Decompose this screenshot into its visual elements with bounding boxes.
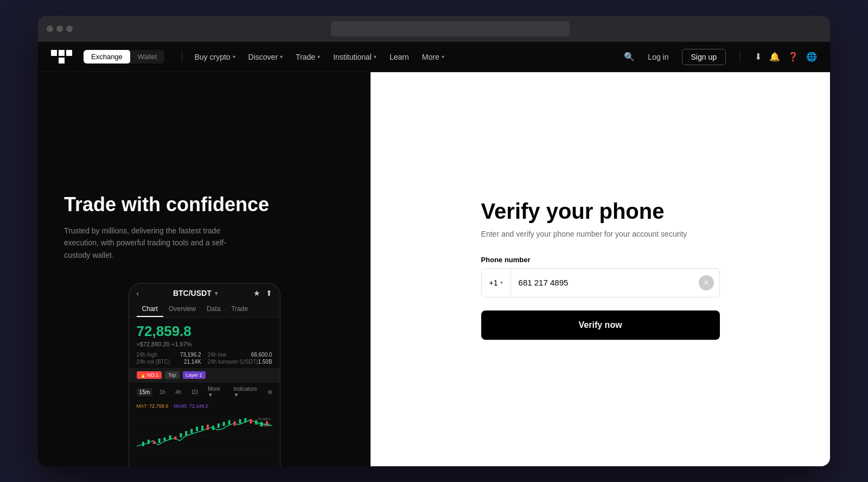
browser-address-bar[interactable] [331, 21, 570, 36]
nav-divider [182, 52, 182, 62]
left-panel: Trade with confidence Trusted by million… [38, 72, 371, 466]
nav-learn[interactable]: Learn [384, 49, 414, 65]
hero-text: Trade with confidence Trusted by million… [64, 193, 344, 261]
phone-tab-trade[interactable]: Trade [226, 302, 253, 317]
notification-icon[interactable]: 🔔 [769, 52, 780, 62]
chart-time-more[interactable]: More ▼ [205, 385, 229, 399]
phone-tab-chart[interactable]: Chart [137, 302, 163, 317]
country-chevron-icon: ▾ [500, 280, 503, 286]
svg-rect-2 [66, 50, 72, 56]
svg-rect-23 [228, 420, 230, 424]
phone-tab-data[interactable]: Data [201, 302, 226, 317]
download-icon[interactable]: ⬇ [755, 52, 762, 62]
search-icon[interactable]: 🔍 [624, 52, 635, 62]
phone-mockup: ‹ BTC/USDT ▼ ★ ⬆ Chart Overview [129, 283, 280, 466]
chart-time-1h[interactable]: 1h [157, 388, 168, 396]
svg-rect-22 [222, 422, 225, 426]
star-icon[interactable]: ★ [253, 289, 260, 297]
svg-rect-15 [185, 431, 187, 435]
nav-more[interactable]: More ▾ [417, 49, 450, 65]
login-button[interactable]: Log in [642, 49, 674, 65]
badge-fire: 🔥 NO.1 [137, 371, 162, 379]
nav-institutional[interactable]: Institutional ▾ [328, 49, 382, 65]
svg-rect-11 [163, 437, 165, 441]
badge-top: Top [165, 371, 180, 379]
exchange-toggle-btn[interactable]: Exchange [84, 50, 130, 64]
svg-rect-10 [158, 439, 160, 443]
price-chart: 73,196.2 72,988. 72,859.8 [137, 411, 272, 460]
verify-subtitle: Enter and verify your phone number for y… [481, 230, 720, 238]
badge-layer1: Layer 1 [183, 371, 206, 379]
pair-chevron-icon: ▼ [214, 290, 219, 296]
phone-input-wrapper: +1 ▾ ✕ [481, 268, 720, 297]
share-icon[interactable]: ⬆ [266, 289, 272, 297]
chart-time-1d[interactable]: 1D [188, 388, 201, 396]
phone-price-sub: ≈$72,880.20 +1.97% [137, 341, 272, 347]
svg-rect-12 [169, 435, 171, 440]
chart-time-15m[interactable]: 15m [137, 388, 152, 396]
svg-rect-18 [201, 426, 203, 430]
help-icon[interactable]: ❓ [788, 52, 799, 62]
phone-chart-controls: 15m 1h 4h 1D More ▼ Indicators ▼ ⚙ [129, 382, 280, 401]
main-content: Trade with confidence Trusted by million… [38, 72, 830, 466]
dot-green [66, 26, 73, 32]
verify-title: Verify your phone [481, 199, 720, 223]
phone-label: Phone number [481, 256, 720, 264]
phone-back-button[interactable]: ‹ [137, 289, 139, 297]
phone-number-input[interactable] [511, 269, 699, 297]
stat-row-3: 24h turnover (USDT) 1.50B [208, 359, 272, 365]
chart-settings-icon[interactable]: ⚙ [267, 389, 272, 395]
chevron-down-icon: ▾ [317, 54, 320, 60]
wallet-toggle-btn[interactable]: Wallet [130, 50, 165, 64]
phone-badges: 🔥 NO.1 Top Layer 1 [137, 371, 272, 379]
chevron-down-icon: ▾ [374, 54, 376, 60]
phone-stats: 24h high 73,196.2 24h low 68,600.0 24h v… [137, 352, 272, 365]
language-icon[interactable]: 🌐 [806, 52, 817, 62]
hero-desc: Trusted by millions, delivering the fast… [64, 225, 238, 261]
svg-text:73,196.2: 73,196.2 [258, 417, 270, 421]
chevron-down-icon: ▾ [280, 54, 283, 60]
hero-title: Trade with confidence [64, 193, 344, 216]
stat-row-0: 24h high 73,196.2 [137, 352, 201, 358]
nav-discover[interactable]: Discover ▾ [243, 49, 288, 65]
svg-rect-0 [51, 50, 57, 56]
phone-header: ‹ BTC/USDT ▼ ★ ⬆ [129, 283, 280, 302]
svg-rect-27 [250, 419, 252, 423]
browser-chrome [38, 16, 830, 42]
phone-tabs: Chart Overview Data Trade [129, 302, 280, 318]
browser-window: Exchange Wallet Buy crypto ▾ Discover ▾ … [38, 16, 830, 466]
nav-divider-right [740, 52, 741, 62]
dot-yellow [56, 26, 63, 32]
svg-rect-25 [239, 419, 241, 423]
country-code-selector[interactable]: +1 ▾ [482, 269, 511, 297]
clear-phone-button[interactable]: ✕ [699, 275, 714, 290]
svg-rect-19 [207, 424, 209, 430]
svg-rect-20 [212, 426, 214, 430]
right-panel: Verify your phone Enter and verify your … [371, 72, 830, 466]
svg-rect-17 [196, 427, 198, 431]
svg-rect-16 [190, 429, 193, 433]
phone-price: 72,859.8 [137, 323, 272, 340]
svg-rect-8 [147, 440, 149, 444]
phone-chart-area: MA7: 72,758.6 MA30: 72,149.2 [129, 401, 280, 466]
okx-logo[interactable] [51, 50, 73, 64]
nav-right: 🔍 Log in Sign up ⬇ 🔔 ❓ 🌐 [624, 49, 817, 65]
chart-indicators-button[interactable]: Indicators ▼ [233, 386, 263, 398]
phone-price-section: 72,859.8 ≈$72,880.20 +1.97% 24h high 73,… [129, 318, 280, 368]
signup-button[interactable]: Sign up [682, 49, 726, 65]
svg-rect-21 [217, 423, 219, 428]
verify-form: Verify your phone Enter and verify your … [481, 199, 720, 340]
svg-text:72,859.8: 72,859.8 [258, 423, 271, 426]
dot-red [47, 26, 53, 32]
browser-dots [47, 26, 73, 32]
phone-tab-overview[interactable]: Overview [163, 302, 201, 317]
chevron-down-icon: ▾ [233, 54, 235, 60]
svg-rect-26 [244, 418, 246, 422]
phone-pair-label[interactable]: BTC/USDT ▼ [173, 289, 219, 297]
stat-row-1: 24h low 68,600.0 [208, 352, 272, 358]
nav-buy-crypto[interactable]: Buy crypto ▾ [189, 49, 240, 65]
chart-time-4h[interactable]: 4h [173, 388, 184, 396]
phone-header-icons: ★ ⬆ [253, 289, 272, 297]
nav-trade[interactable]: Trade ▾ [290, 49, 326, 65]
verify-now-button[interactable]: Verify now [481, 310, 720, 340]
